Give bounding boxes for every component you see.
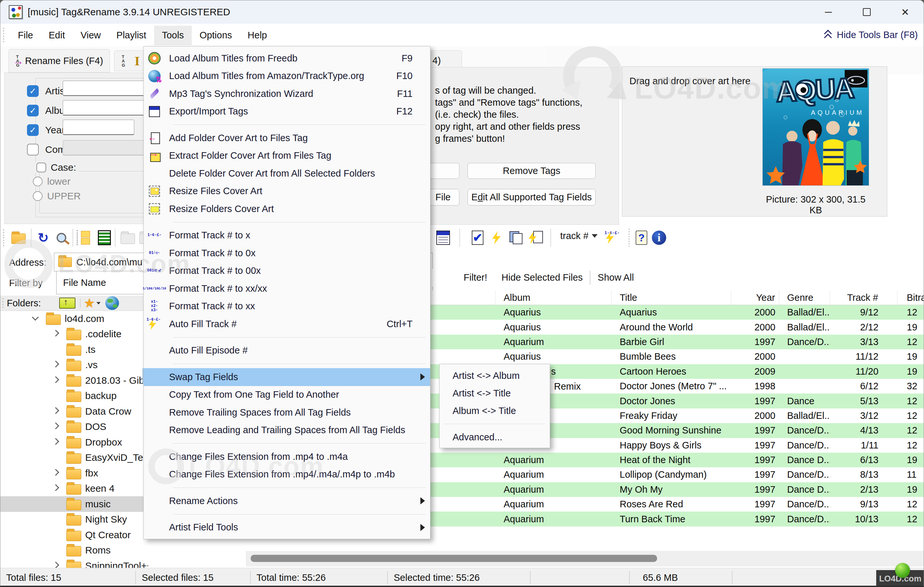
chevron-icon[interactable] xyxy=(51,328,63,340)
chevron-icon[interactable] xyxy=(51,375,63,386)
menubar-item[interactable]: View xyxy=(73,26,109,45)
folder-up-icon[interactable] xyxy=(59,298,76,309)
network-globe-icon[interactable] xyxy=(106,296,119,310)
menu-item[interactable]: Delete Folder Cover Art from All Selecte… xyxy=(144,165,430,182)
menu-item[interactable]: Resize Folders Cover Art xyxy=(144,200,430,218)
menu-item[interactable]: Remove Trailing Spaces from All Tag Fiel… xyxy=(144,403,430,422)
chevron-icon[interactable] xyxy=(51,514,63,525)
chevron-icon[interactable] xyxy=(51,390,63,402)
hide-tools-bar[interactable]: Hide Tools Bar (F8) xyxy=(823,30,918,40)
menubar-item[interactable]: Edit xyxy=(41,26,73,45)
favorites-star-icon[interactable]: ★ xyxy=(84,296,95,310)
close-button[interactable]: ✕ xyxy=(886,0,924,24)
folders-tree-icon[interactable] xyxy=(76,229,92,246)
scrollbar-thumb[interactable] xyxy=(251,555,657,562)
folder-tree-item[interactable]: Data Crow xyxy=(0,403,148,419)
chevron-icon[interactable] xyxy=(51,483,63,494)
lower-radio[interactable] xyxy=(33,177,43,186)
menu-item[interactable]: Load Album Titles from Freedb F9 xyxy=(144,50,430,67)
chevron-icon[interactable] xyxy=(51,344,63,356)
show-all-link[interactable]: Show All xyxy=(591,272,641,283)
export-import-icon[interactable] xyxy=(435,229,452,246)
menu-item[interactable]: Auto Fill Track # Ctrl+T xyxy=(144,315,430,333)
grid-view-icon[interactable] xyxy=(96,229,113,246)
copy-tags-icon[interactable] xyxy=(508,229,525,246)
folder-tree-item[interactable]: Qt Creator xyxy=(0,527,148,543)
folder-tree-item[interactable]: 2018.03 - Gibra xyxy=(0,373,148,388)
menu-item[interactable]: Mp3 Tag's Synchronization Wizard F11 xyxy=(144,85,430,103)
maximize-button[interactable] xyxy=(848,0,886,24)
chevron-icon[interactable] xyxy=(51,421,63,433)
edit-all-tag-fields-button[interactable]: Edit All Supported Tag Fields xyxy=(467,189,596,205)
write-tags-icon[interactable]: ✔ xyxy=(469,229,486,246)
submenu-item[interactable]: Advanced... xyxy=(440,428,550,446)
folder-tree-item[interactable]: Night Sky xyxy=(0,512,148,527)
chevron-icon[interactable] xyxy=(51,452,63,463)
column-bitrate[interactable]: Bitrat xyxy=(898,290,924,305)
folder-tree-item[interactable]: backup xyxy=(0,388,148,404)
column-year[interactable]: Year xyxy=(731,290,779,305)
menu-item[interactable]: Remove Leading and Trailing Spaces from … xyxy=(144,422,430,439)
artist-checkbox[interactable]: ✓ xyxy=(27,85,39,97)
menu-item[interactable]: Copy Text from One Tag Field to Another xyxy=(144,386,430,404)
chevron-icon[interactable] xyxy=(51,544,63,556)
menu-item[interactable]: Extract Folder Cover Art from Files Tag xyxy=(144,147,430,165)
case-checkbox[interactable] xyxy=(36,163,46,172)
track-number-dropdown[interactable]: track # xyxy=(560,231,597,241)
menu-item[interactable]: Format Track # to xx/xx xyxy=(144,279,430,298)
folder-tree-item[interactable]: .vs xyxy=(0,357,148,373)
quick-copy-icon[interactable] xyxy=(527,229,544,246)
menu-item[interactable]: Export/Import Tags F12 xyxy=(144,103,430,121)
autofill-track-icon[interactable] xyxy=(604,229,621,246)
remove-tags-button[interactable]: Remove Tags xyxy=(467,163,596,179)
chevron-icon[interactable] xyxy=(51,467,63,479)
chevron-icon[interactable] xyxy=(51,359,63,371)
rename-files-tab[interactable]: TAG → Rename Files (F4) xyxy=(8,49,110,73)
chevron-icon[interactable] xyxy=(30,313,42,324)
folder-tree-item[interactable]: .ts xyxy=(0,342,148,357)
folder-tree-item[interactable]: keen 4 xyxy=(0,481,148,497)
submenu-item[interactable]: Artist <-> Title xyxy=(440,384,550,402)
submenu-item[interactable]: Artist <-> Album xyxy=(440,367,550,384)
column-album[interactable]: Album xyxy=(495,290,612,305)
menu-item[interactable]: Format Track # to 00x xyxy=(144,262,430,280)
menubar-item[interactable]: Help xyxy=(240,26,275,45)
comment-checkbox[interactable] xyxy=(27,144,39,155)
menu-item[interactable]: Change Files Extension from .mp4 to .m4a xyxy=(144,448,430,466)
folder-tree-item[interactable]: Dropbox xyxy=(0,435,148,450)
refresh-icon[interactable]: ↻ xyxy=(35,229,52,246)
folder-tree-item[interactable]: SnippingTool++ xyxy=(0,558,148,568)
folder-tree-item[interactable]: music xyxy=(0,496,148,512)
favorites-caret-icon[interactable] xyxy=(97,302,101,304)
menubar-item[interactable]: Playlist xyxy=(109,26,154,45)
menu-item[interactable]: Rename Actions xyxy=(144,492,430,510)
help-icon[interactable]: ? xyxy=(633,229,650,246)
hide-selected-files-link[interactable]: Hide Selected Files xyxy=(495,272,590,283)
menu-item[interactable]: Swap Tag Fields xyxy=(144,368,430,386)
search-icon[interactable] xyxy=(53,229,70,246)
year-input[interactable] xyxy=(63,120,134,135)
open-folder-icon[interactable] xyxy=(10,229,27,246)
menu-item[interactable]: Format Track # to xx xyxy=(144,298,430,316)
quick-write-icon[interactable] xyxy=(488,229,505,246)
info-icon[interactable]: i xyxy=(650,229,667,246)
menu-item[interactable]: Format Track # to 0x xyxy=(144,244,430,262)
menu-item[interactable]: Resize Files Cover Art xyxy=(144,182,430,200)
menu-item[interactable]: Format Track # to x xyxy=(144,227,430,245)
column-track[interactable]: Track # xyxy=(830,290,898,305)
folder-tree-item[interactable]: .codelite xyxy=(0,326,148,342)
chevron-icon[interactable] xyxy=(51,560,63,568)
menu-item[interactable]: Load Album Titles from Amazon/TrackType.… xyxy=(144,67,430,85)
table-horizontal-scrollbar[interactable] xyxy=(246,551,924,567)
chevron-icon[interactable] xyxy=(51,405,63,417)
submenu-item[interactable]: Album <-> Title xyxy=(440,402,550,420)
chevron-icon[interactable] xyxy=(51,529,63,541)
drag-drop-target[interactable]: Drag and drop cover art here xyxy=(629,76,751,86)
column-genre[interactable]: Genre xyxy=(779,290,830,305)
folder-tree-item[interactable]: Roms xyxy=(0,543,148,558)
menu-item[interactable]: Artist Field Tools xyxy=(144,519,430,537)
menu-item[interactable]: Change Files Extension from .mp4/.m4a/.m… xyxy=(144,466,430,484)
menu-item[interactable]: Auto Fill Episode # xyxy=(144,342,430,360)
filter-apply-link[interactable]: Filter! xyxy=(457,272,495,283)
menubar-item[interactable]: File xyxy=(10,26,41,45)
